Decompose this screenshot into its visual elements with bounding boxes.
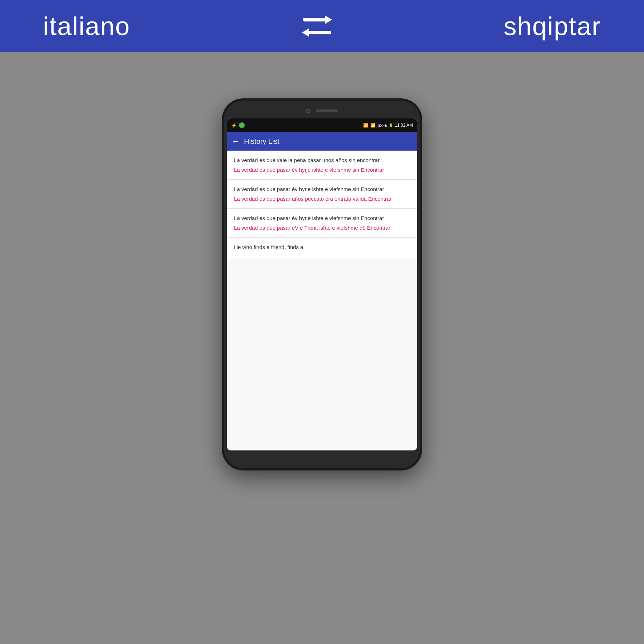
- swap-languages-button[interactable]: [299, 12, 335, 40]
- list-item[interactable]: La verdad es que pasar év hyrje ishte e …: [227, 209, 417, 238]
- original-text-2: La verdad es que pasar év hyrje ishte e …: [234, 185, 410, 193]
- front-camera: [306, 109, 311, 113]
- speaker: [316, 109, 338, 112]
- translated-text-1: La verdad es que pasar év hyrje ishte e …: [234, 166, 410, 174]
- list-item[interactable]: La verdad es que vale la pena pasar unos…: [227, 151, 417, 180]
- wifi-icon: 📶: [363, 123, 369, 128]
- signal-icon: 📶: [370, 123, 376, 128]
- phone-screen: ⚡ ○ 📶 📶 68% 🔋 11:02 AM ←: [227, 118, 417, 450]
- phone-device: ⚡ ○ 📶 📶 68% 🔋 11:02 AM ←: [222, 98, 422, 470]
- page-title: History List: [244, 137, 279, 146]
- svg-marker-1: [325, 15, 332, 24]
- target-language[interactable]: shqiptar: [504, 11, 601, 41]
- circle-icon-symbol: ○: [241, 123, 243, 127]
- original-text-4: He who finds a friend, finds a: [234, 243, 410, 251]
- time-display: 11:02 AM: [395, 123, 413, 128]
- background-area: ⚡ ○ 📶 📶 68% 🔋 11:02 AM ←: [0, 52, 644, 644]
- source-language[interactable]: italiano: [43, 11, 130, 41]
- battery-icon-symbol: 🔋: [389, 123, 393, 127]
- phone-top-area: [290, 107, 354, 115]
- original-text-1: La verdad es que vale la pena pasar unos…: [234, 156, 410, 164]
- language-bar: italiano shqiptar: [0, 0, 644, 52]
- list-item[interactable]: La verdad es que pasar év hyrje ishte e …: [227, 180, 417, 209]
- content-area: La verdad es que vale la pena pasar unos…: [227, 151, 417, 450]
- original-text-3: La verdad es que pasar év hyrje ishte e …: [234, 214, 410, 222]
- svg-marker-3: [302, 28, 309, 37]
- status-left-icons: ⚡ ○: [231, 122, 245, 128]
- usb-icon: ⚡: [231, 123, 237, 128]
- app-header: ← History List: [227, 132, 417, 151]
- svg-rect-2: [308, 31, 331, 34]
- translated-text-2: La verdad es que pasar años peccato era …: [234, 195, 410, 203]
- notification-icon: ○: [239, 122, 245, 128]
- svg-rect-0: [303, 18, 326, 21]
- back-button[interactable]: ←: [232, 137, 240, 146]
- battery-percentage: 68%: [377, 123, 387, 128]
- status-right-icons: 📶 📶 68% 🔋 11:02 AM: [363, 123, 413, 128]
- translated-text-3: La verdad es que pasar eV e Trenit ishte…: [234, 224, 410, 231]
- list-item[interactable]: He who finds a friend, finds a: [227, 238, 417, 259]
- status-bar: ⚡ ○ 📶 📶 68% 🔋 11:02 AM: [227, 118, 417, 132]
